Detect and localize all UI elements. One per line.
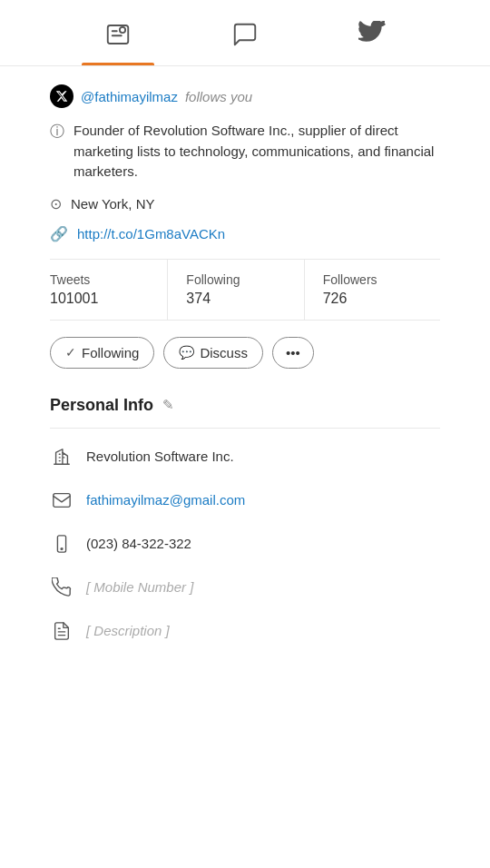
following-button[interactable]: ✓ Following bbox=[50, 337, 154, 369]
company-row: Revolution Software Inc. bbox=[50, 445, 440, 469]
profile-icon bbox=[100, 16, 136, 53]
profile-link[interactable]: http://t.co/1Gm8aVACKn bbox=[77, 226, 225, 242]
following-label: Following bbox=[186, 272, 240, 287]
link-icon: 🔗 bbox=[50, 225, 68, 242]
personal-info-divider bbox=[50, 428, 440, 429]
bio-row: ⓘ Founder of Revolution Software Inc., s… bbox=[50, 121, 440, 182]
stats-row: Tweets 101001 Following 374 Followers 72… bbox=[50, 259, 440, 321]
follows-you-text: follows you bbox=[185, 89, 252, 104]
following-stat: Following 374 bbox=[167, 260, 303, 320]
tab-chat[interactable] bbox=[227, 16, 263, 65]
link-row: 🔗 http://t.co/1Gm8aVACKn bbox=[50, 225, 440, 242]
actions-row: ✓ Following 💬 Discuss ••• bbox=[50, 337, 440, 369]
location-text: New York, NY bbox=[71, 196, 155, 212]
discuss-button-label: Discuss bbox=[200, 345, 248, 360]
discuss-icon: 💬 bbox=[179, 345, 194, 360]
location-row: ⊙ New York, NY bbox=[50, 195, 440, 212]
tab-twitter[interactable] bbox=[354, 16, 390, 65]
company-text: Revolution Software Inc. bbox=[86, 449, 234, 464]
top-navigation bbox=[0, 0, 490, 66]
svg-rect-4 bbox=[54, 493, 70, 507]
personal-info-header: Personal Info ✎ bbox=[50, 396, 440, 415]
x-platform-icon bbox=[50, 84, 74, 108]
check-icon: ✓ bbox=[65, 345, 76, 360]
personal-info-title: Personal Info bbox=[50, 396, 153, 415]
location-icon: ⊙ bbox=[50, 195, 62, 212]
discuss-button[interactable]: 💬 Discuss bbox=[163, 337, 263, 369]
email-row: fathimayilmaz@gmail.com bbox=[50, 488, 440, 512]
description-placeholder-text: [ Description ] bbox=[86, 623, 170, 638]
info-icon: ⓘ bbox=[50, 123, 64, 142]
chat-icon bbox=[227, 16, 263, 53]
more-dots-label: ••• bbox=[286, 345, 300, 360]
bio-text: Founder of Revolution Software Inc., sup… bbox=[74, 121, 440, 182]
following-button-label: Following bbox=[82, 345, 139, 360]
profile-section: @fathimayilmaz follows you ⓘ Founder of … bbox=[0, 66, 490, 369]
more-options-button[interactable]: ••• bbox=[272, 337, 314, 369]
svg-point-3 bbox=[120, 27, 125, 33]
phone-text: (023) 84-322-322 bbox=[86, 536, 191, 551]
phone-row: (023) 84-322-322 bbox=[50, 532, 440, 556]
followers-label: Followers bbox=[323, 272, 377, 287]
followers-stat: Followers 726 bbox=[304, 260, 440, 320]
followers-value: 726 bbox=[323, 291, 348, 307]
personal-info-section: Personal Info ✎ Revolution Software Inc.… bbox=[0, 396, 490, 643]
description-icon bbox=[50, 619, 74, 643]
tweets-value: 101001 bbox=[50, 291, 98, 307]
mobile-icon bbox=[50, 576, 74, 599]
twitter-icon bbox=[354, 16, 390, 53]
username-text: @fathimayilmaz bbox=[81, 89, 178, 104]
mobile-row: [ Mobile Number ] bbox=[50, 576, 440, 599]
tab-profile[interactable] bbox=[100, 16, 136, 65]
edit-icon[interactable]: ✎ bbox=[162, 397, 174, 413]
username-row: @fathimayilmaz follows you bbox=[50, 84, 440, 108]
tweets-label: Tweets bbox=[50, 272, 90, 287]
company-icon bbox=[50, 445, 74, 469]
following-value: 374 bbox=[186, 291, 211, 307]
mobile-placeholder-text: [ Mobile Number ] bbox=[86, 579, 193, 595]
email-icon bbox=[50, 488, 74, 512]
description-row: [ Description ] bbox=[50, 619, 440, 643]
svg-point-6 bbox=[61, 547, 63, 549]
email-text[interactable]: fathimayilmaz@gmail.com bbox=[86, 492, 245, 508]
tweets-stat: Tweets 101001 bbox=[50, 260, 167, 320]
phone-icon bbox=[50, 532, 74, 556]
